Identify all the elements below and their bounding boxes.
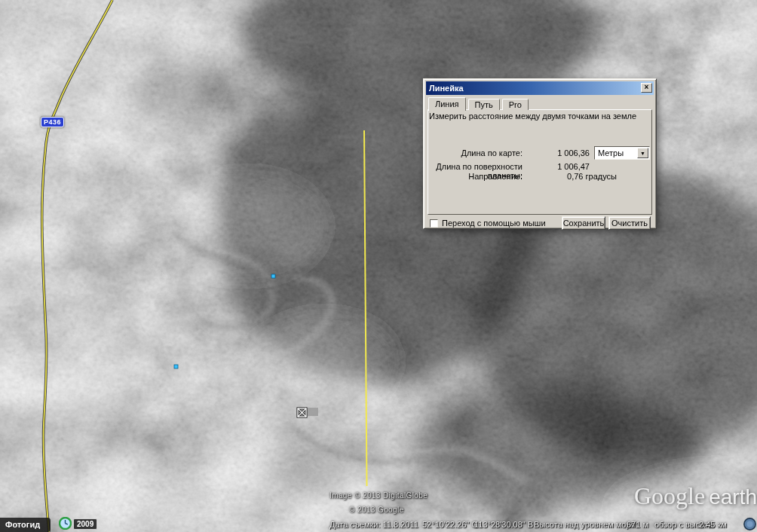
map-length-label: Длина по карте:: [427, 148, 523, 157]
ruler-description: Измерить расстояние между двумя точками …: [429, 112, 650, 121]
tab-path[interactable]: Путь: [468, 99, 500, 110]
ruler-tabstrip: Линия Путь Pro: [428, 96, 531, 110]
copyright-digitalglobe: Image © 2013 DigitalGlobe: [329, 491, 428, 500]
elevation-value: 671 м: [627, 520, 648, 529]
mouse-navigation-checkbox[interactable]: [430, 219, 438, 228]
tour-guide-button[interactable]: Фотогид: [0, 518, 51, 532]
time-slider-icon[interactable]: [59, 517, 72, 530]
heading-label: Направление:: [427, 172, 523, 181]
imagery-year-badge[interactable]: 2009: [73, 518, 97, 530]
ground-length-value: 1 006,47: [526, 162, 590, 171]
tab-pro[interactable]: Pro: [502, 99, 529, 110]
ruler-cursor-icon: [298, 408, 318, 417]
ruler-dialog: Линейка × Линия Путь Pro Измерить рассто…: [423, 78, 657, 229]
longitude-readout: 113°28'30.08" В: [474, 520, 533, 529]
eye-altitude-value: 2.45 км: [699, 520, 727, 529]
units-selected-value: Метры: [598, 148, 624, 157]
road-underlay: [42, 0, 112, 532]
status-globe-icon[interactable]: [743, 518, 756, 530]
heading-value: 0,76 градусы: [526, 172, 617, 181]
map-length-value: 1 006,36: [526, 148, 590, 157]
close-icon[interactable]: ×: [641, 83, 652, 93]
latitude-readout: 52°10'22.26" С: [422, 520, 477, 529]
copyright-google: © 2013 Google: [349, 506, 404, 514]
tab-line[interactable]: Линия: [428, 97, 466, 111]
imagery-date: Дата съемки: 11.8.2011: [329, 520, 418, 529]
road-line: [42, 0, 112, 532]
chevron-down-icon[interactable]: ▼: [637, 148, 648, 158]
mouse-navigation-label: Переход с помощью мыши: [442, 219, 546, 228]
units-dropdown[interactable]: Метры ▼: [594, 146, 650, 160]
logo-google-text: Google: [634, 482, 705, 509]
google-earth-window: Р436 Image © 2013 DigitalGlobe © 2013 Go…: [0, 0, 757, 532]
photo-marker[interactable]: [271, 274, 275, 278]
clear-button[interactable]: Очистить: [608, 216, 651, 230]
save-button[interactable]: Сохранить: [562, 216, 605, 230]
logo-earth-text: earth: [709, 485, 757, 509]
ruler-dialog-title: Линейка: [429, 84, 464, 93]
google-earth-logo: Googleearth: [634, 482, 757, 510]
photo-marker[interactable]: [174, 365, 178, 368]
measure-line[interactable]: [364, 130, 367, 486]
ruler-dialog-titlebar[interactable]: Линейка ×: [426, 81, 654, 95]
road-sign: Р436: [41, 117, 64, 127]
elevation-label: Высота над уровнем моря:: [534, 520, 637, 529]
